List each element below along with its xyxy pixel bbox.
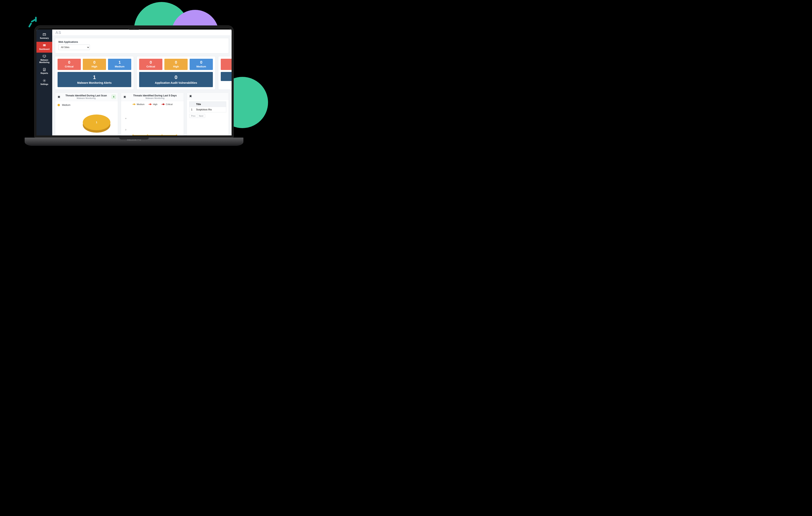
main-area: AS Web Applications All Sites bbox=[52, 30, 232, 135]
svg-point-21 bbox=[133, 135, 134, 135]
app-screen: Summary Dashboard Malware Monitoring bbox=[36, 30, 232, 135]
bug-icon bbox=[123, 95, 126, 98]
sidebar-item-label: Malware Monitoring bbox=[37, 59, 52, 63]
kpi-group-malware: 0 Critical 0 High 1 Medium bbox=[55, 56, 134, 90]
sidebar-item-settings[interactable]: Settings bbox=[36, 77, 52, 88]
laptop-bezel: Summary Dashboard Malware Monitoring bbox=[34, 26, 234, 137]
svg-rect-7 bbox=[43, 55, 46, 57]
threat-table: Title 1 Suspicious Ifra bbox=[189, 102, 226, 112]
sidebar: Summary Dashboard Malware Monitoring bbox=[36, 30, 52, 135]
sidebar-item-malware-monitoring[interactable]: Malware Monitoring bbox=[36, 53, 52, 66]
kpi-total-partial[interactable]: Vulnerabil bbox=[221, 72, 232, 81]
card-title: Threats Identified During Last Scan bbox=[62, 94, 110, 97]
svg-point-23 bbox=[162, 135, 163, 135]
web-applications-select[interactable]: All Sites bbox=[58, 45, 90, 50]
line-card: Threats Identified During Last 5 Days Ma… bbox=[121, 92, 184, 135]
camera-notch bbox=[128, 28, 140, 30]
svg-text:2: 2 bbox=[125, 129, 126, 131]
bug-icon bbox=[57, 95, 61, 98]
gear-icon bbox=[42, 79, 47, 82]
monitor-icon bbox=[42, 55, 47, 58]
svg-point-22 bbox=[147, 135, 148, 135]
badge-critical[interactable]: 0 Critical bbox=[139, 59, 163, 70]
summary-icon bbox=[42, 33, 47, 36]
dashboard-icon bbox=[42, 44, 47, 47]
reports-icon bbox=[42, 68, 47, 71]
table-header-idx bbox=[190, 102, 195, 107]
svg-rect-1 bbox=[44, 34, 45, 34]
sidebar-item-label: Reports bbox=[37, 72, 52, 75]
list-card: Title 1 Suspicious Ifra bbox=[186, 92, 229, 135]
cards-row: Threats Identified During Last Scan Malw… bbox=[55, 92, 229, 135]
svg-rect-9 bbox=[44, 68, 46, 71]
card-title: Threats Identified During Last 5 Days bbox=[128, 94, 182, 97]
badge-critical[interactable]: 0 Critical bbox=[58, 59, 81, 70]
sidebar-item-reports[interactable]: Reports bbox=[36, 66, 52, 77]
pie-3d-graphic: 1 bbox=[83, 111, 110, 133]
kpi-group-partial: 0 Critical Vulnerabil bbox=[218, 56, 232, 90]
pager: Prev Next bbox=[189, 114, 205, 118]
line-chart-svg: 4 2 0 bbox=[123, 106, 181, 135]
svg-rect-2 bbox=[45, 34, 45, 34]
svg-rect-0 bbox=[43, 33, 46, 36]
card-subtitle: Malware Monitoring bbox=[62, 97, 110, 99]
bug-icon bbox=[189, 94, 192, 98]
line-legend: Medium High Critical bbox=[123, 103, 181, 106]
laptop-base: MacBook Pro bbox=[25, 138, 243, 146]
kpi-row: 0 Critical 0 High 1 Medium bbox=[55, 56, 229, 90]
kpi-total-audit[interactable]: 0 Application Audit Vulnerabilities bbox=[139, 72, 213, 87]
badge-high[interactable]: 0 High bbox=[164, 59, 187, 70]
kpi-group-audit: 0 Critical 0 High 0 Medium bbox=[137, 56, 215, 90]
svg-point-6 bbox=[44, 46, 44, 46]
svg-point-29 bbox=[190, 95, 192, 97]
badge-medium[interactable]: 1 Medium bbox=[108, 59, 131, 70]
svg-point-10 bbox=[44, 80, 45, 81]
svg-rect-8 bbox=[44, 57, 45, 58]
card-subtitle: Malware Monitoring bbox=[128, 97, 182, 99]
pager-prev[interactable]: Prev bbox=[190, 114, 197, 118]
svg-point-5 bbox=[44, 45, 44, 45]
svg-text:4: 4 bbox=[125, 117, 126, 119]
filter-panel: Web Applications All Sites bbox=[55, 38, 229, 53]
table-header-title: Title bbox=[195, 102, 226, 107]
filter-label: Web Applications bbox=[58, 40, 226, 44]
table-row[interactable]: 1 Suspicious Ifra bbox=[190, 107, 226, 112]
pager-next[interactable]: Next bbox=[197, 114, 205, 118]
brand-fragment: AS bbox=[55, 30, 61, 35]
badge-medium[interactable]: 0 Medium bbox=[190, 59, 213, 70]
sidebar-item-label: Dashboard bbox=[37, 48, 52, 51]
laptop-mockup: Summary Dashboard Malware Monitoring bbox=[34, 26, 234, 146]
badge-high[interactable]: 0 High bbox=[83, 59, 106, 70]
pie-chart: Medium 1 bbox=[55, 101, 118, 135]
legend-dot-icon bbox=[58, 104, 60, 106]
top-strip: AS bbox=[52, 30, 232, 36]
line-chart: Medium High Critical 4 2 0 bbox=[121, 101, 184, 135]
kpi-total-malware[interactable]: 1 Malware Monitoring Alerts bbox=[58, 72, 131, 87]
svg-point-11 bbox=[58, 96, 60, 98]
pie-card: Threats Identified During Last Scan Malw… bbox=[55, 92, 118, 135]
sidebar-item-label: Settings bbox=[37, 83, 52, 86]
badge-critical[interactable]: 0 Critical bbox=[221, 59, 232, 70]
pie-legend: Medium bbox=[58, 103, 115, 107]
sidebar-item-dashboard[interactable]: Dashboard bbox=[36, 42, 52, 53]
content: Web Applications All Sites 0 Critical bbox=[52, 36, 232, 135]
export-excel-button[interactable]: X bbox=[112, 95, 116, 99]
svg-point-12 bbox=[124, 96, 125, 98]
sidebar-item-summary[interactable]: Summary bbox=[36, 31, 52, 42]
sidebar-item-label: Summary bbox=[37, 37, 52, 39]
svg-point-24 bbox=[176, 135, 177, 135]
